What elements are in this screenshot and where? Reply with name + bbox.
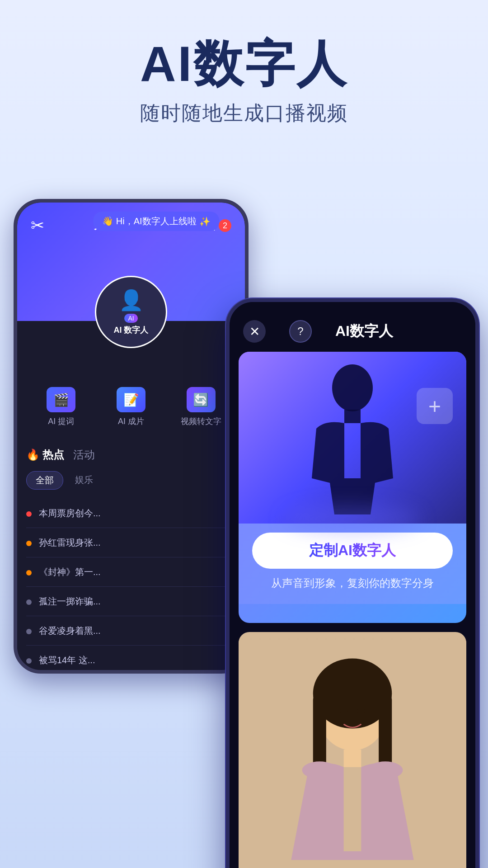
news-tab-activity[interactable]: 活动 bbox=[73, 448, 95, 462]
news-text-6: 被骂14年 这... bbox=[39, 654, 236, 666]
female-presenter-svg bbox=[239, 632, 466, 868]
news-filter-row: 全部 娱乐 bbox=[26, 471, 236, 490]
news-text-4: 孤注一掷诈骗... bbox=[39, 595, 236, 608]
sub-title: 随时随地生成口播视频 bbox=[0, 100, 488, 127]
front-title: AI数字人 bbox=[335, 321, 393, 341]
ai-popup: 👋 Hi，AI数字人上线啦 ✨ bbox=[93, 212, 219, 231]
help-button[interactable]: ? bbox=[289, 320, 312, 343]
front-header: ✕ ? AI数字人 bbox=[230, 302, 475, 352]
ai-circle-label: AI 数字人 bbox=[113, 325, 148, 335]
news-dot-4 bbox=[26, 599, 32, 605]
news-dot-2 bbox=[26, 541, 32, 546]
close-button[interactable]: ✕ bbox=[243, 320, 266, 343]
svg-point-11 bbox=[357, 708, 366, 714]
hot-label: 热点 bbox=[42, 448, 64, 462]
filter-all[interactable]: 全部 bbox=[26, 471, 63, 490]
action-btn-3[interactable]: 🔄 视频转文字 bbox=[166, 380, 236, 434]
svg-rect-1 bbox=[344, 410, 361, 423]
svg-point-8 bbox=[302, 761, 338, 779]
draft-badge: 2 bbox=[219, 219, 231, 232]
sparkle-icon: ✨ bbox=[199, 216, 211, 227]
news-dot-5 bbox=[26, 629, 32, 634]
news-item-5[interactable]: 谷爱凌身着黑... bbox=[26, 616, 236, 646]
ai-badge: AI bbox=[124, 314, 137, 323]
customize-btn-label: 定制AI数字人 bbox=[309, 542, 396, 558]
customize-button[interactable]: 定制AI数字人 bbox=[252, 533, 453, 569]
action-label-2: AI 成片 bbox=[118, 416, 144, 427]
phone-front-inner: ✕ ? AI数字人 bbox=[230, 302, 475, 868]
svg-rect-7 bbox=[344, 750, 361, 767]
dh-description: 从声音到形象，复刻你的数字分身 bbox=[252, 576, 453, 590]
glow-effect bbox=[285, 505, 420, 533]
svg-point-9 bbox=[368, 761, 403, 779]
dh-card-bottom: 定制AI数字人 从声音到形象，复刻你的数字分身 bbox=[239, 524, 466, 604]
digital-human-card: + 定制AI数字人 从声音到形象，复刻你的数字分身 bbox=[239, 352, 466, 623]
phone-back-inner: ✂ 开始创作 草稿箱 2 👋 Hi，AI数字人上线啦 ✨ bbox=[17, 203, 245, 670]
news-text-3: 《封神》第一... bbox=[39, 566, 236, 578]
news-dot-6 bbox=[26, 658, 32, 664]
svg-point-10 bbox=[339, 708, 348, 714]
news-text-1: 本周票房创今... bbox=[39, 507, 236, 519]
svg-point-0 bbox=[332, 364, 373, 411]
news-list: 本周票房创今... 孙红雷现身张... 《封神》第一... 孤注一掷诈骗... bbox=[26, 499, 236, 670]
action-label-1: AI 提词 bbox=[48, 416, 74, 427]
back-news-area: 🔥 热点 活动 全部 娱乐 本周票房创今... bbox=[17, 439, 245, 670]
ai-clip-icon: 📝 bbox=[117, 387, 145, 412]
ai-circle[interactable]: 👤 AI AI 数字人 bbox=[95, 276, 167, 348]
news-item-2[interactable]: 孙红雷现身张... bbox=[26, 528, 236, 557]
male-silhouette-svg bbox=[307, 361, 398, 514]
news-text-2: 孙红雷现身张... bbox=[39, 536, 236, 549]
hot-icon: 🔥 bbox=[26, 448, 40, 461]
video-to-text-icon: 🔄 bbox=[187, 387, 216, 412]
action-btn-1[interactable]: 🎬 AI 提词 bbox=[26, 380, 96, 434]
dh-silhouette-area: + bbox=[239, 352, 466, 524]
presenter-figure bbox=[239, 632, 466, 868]
action-btn-2[interactable]: 📝 AI 成片 bbox=[96, 380, 166, 434]
ai-prompts-icon: 🎬 bbox=[47, 387, 75, 412]
plus-icon[interactable]: + bbox=[417, 388, 453, 424]
filter-entertainment[interactable]: 娱乐 bbox=[70, 471, 98, 490]
close-icon: ✕ bbox=[249, 324, 260, 339]
news-tab-hot[interactable]: 🔥 热点 bbox=[26, 448, 64, 462]
ai-circle-area: 👤 AI AI 数字人 bbox=[17, 321, 245, 375]
action-label-3: 视频转文字 bbox=[181, 416, 221, 427]
phone-back: ✂ 开始创作 草稿箱 2 👋 Hi，AI数字人上线啦 ✨ bbox=[14, 199, 249, 674]
scissors-icon: ✂ bbox=[31, 216, 44, 235]
news-dot-1 bbox=[26, 511, 32, 517]
news-item-1[interactable]: 本周票房创今... bbox=[26, 499, 236, 528]
help-icon: ? bbox=[297, 325, 303, 338]
news-dot-3 bbox=[26, 570, 32, 576]
back-action-row: 🎬 AI 提词 📝 AI 成片 🔄 视频转文字 bbox=[17, 375, 245, 439]
header-area: AI数字人 随时随地生成口播视频 bbox=[0, 0, 488, 145]
news-item-4[interactable]: 孤注一掷诈骗... bbox=[26, 587, 236, 616]
news-item-6[interactable]: 被骂14年 这... bbox=[26, 646, 236, 670]
main-title: AI数字人 bbox=[0, 36, 488, 91]
presenter-card bbox=[239, 632, 466, 868]
phone-front: ✕ ? AI数字人 bbox=[226, 298, 479, 868]
news-tabs: 🔥 热点 活动 bbox=[26, 448, 236, 462]
ai-popup-text: 👋 Hi，AI数字人上线啦 bbox=[102, 215, 196, 227]
phones-container: ✂ 开始创作 草稿箱 2 👋 Hi，AI数字人上线啦 ✨ bbox=[0, 145, 488, 832]
news-item-3[interactable]: 《封神》第一... bbox=[26, 557, 236, 587]
ai-circle-icon: 👤 bbox=[119, 288, 144, 312]
plus-symbol: + bbox=[428, 394, 441, 419]
news-text-5: 谷爱凌身着黑... bbox=[39, 624, 236, 637]
